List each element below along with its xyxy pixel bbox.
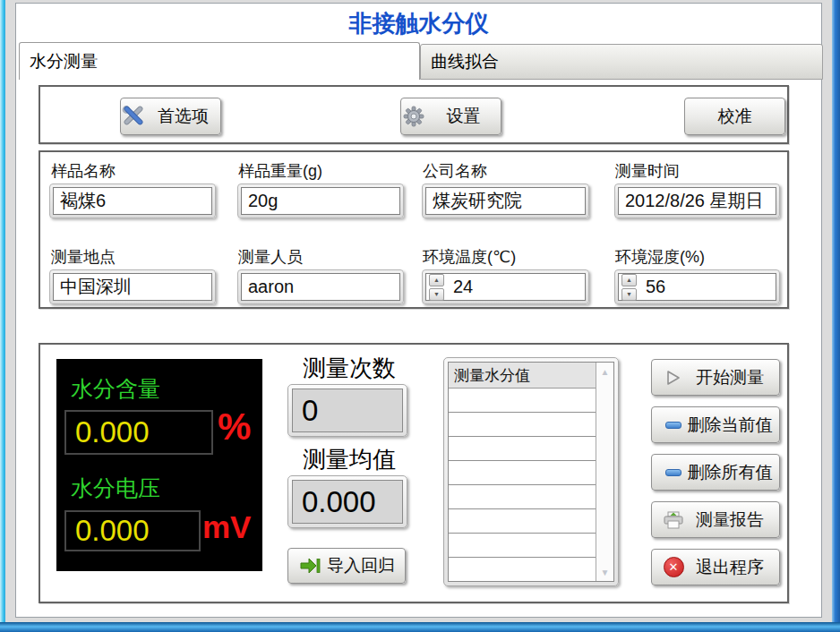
measurement-panel: 水分含量 0.000 % 水分电压 0.000 mV 测量次数 0 测量均值 0… xyxy=(39,343,789,603)
moisture-list-header: 测量水分值 xyxy=(449,363,596,389)
list-item[interactable] xyxy=(449,534,596,558)
operator-label: 测量人员 xyxy=(238,246,303,268)
temperature-spinner: ▲ ▼ xyxy=(429,274,444,301)
operator-input[interactable] xyxy=(242,277,399,297)
operator-field-frame xyxy=(237,269,404,304)
moisture-content-value: 0.000 xyxy=(66,415,150,449)
measure-time-label: 测量时间 xyxy=(615,160,680,182)
app-window: 非接触水分仪 水分测量 曲线拟合 首选项 xyxy=(15,3,822,618)
list-item[interactable] xyxy=(449,485,596,509)
list-item[interactable] xyxy=(449,413,596,437)
start-measure-button[interactable]: 开始测量 xyxy=(651,359,780,396)
tab-curve-fitting[interactable]: 曲线拟合 xyxy=(420,44,823,80)
sample-weight-field-frame xyxy=(237,184,404,218)
list-item[interactable] xyxy=(449,437,596,461)
moisture-content-unit: % xyxy=(218,406,251,448)
measure-count-value: 0 xyxy=(292,389,403,432)
measure-count-label: 测量次数 xyxy=(282,353,416,384)
moisture-list-frame: 测量水分值 ▲ ▼ xyxy=(443,357,619,586)
moisture-listbox[interactable]: 测量水分值 ▲ ▼ xyxy=(448,362,614,582)
spin-up-icon[interactable]: ▲ xyxy=(429,274,444,286)
toolbar-panel: 首选项 设置 xyxy=(39,85,789,144)
list-item[interactable] xyxy=(449,558,596,582)
measure-average-label: 测量均值 xyxy=(282,444,416,475)
delete-all-label: 删除所有值 xyxy=(686,461,774,484)
tab-moisture-measure-label: 水分测量 xyxy=(30,50,98,73)
printer-icon xyxy=(661,511,686,529)
humidity-field-frame: ▲ ▼ xyxy=(614,269,780,304)
humidity-spinner: ▲ ▼ xyxy=(621,274,637,301)
temperature-input[interactable] xyxy=(447,277,585,297)
location-label: 测量地点 xyxy=(51,246,116,268)
company-label: 公司名称 xyxy=(423,160,487,182)
exit-program-button[interactable]: ✕ 退出程序 xyxy=(651,549,780,585)
exit-program-label: 退出程序 xyxy=(686,556,774,579)
measure-report-label: 测量报告 xyxy=(686,508,774,532)
calibrate-button-label: 校准 xyxy=(718,105,752,128)
sample-weight-input[interactable] xyxy=(242,191,399,211)
sample-weight-label: 样品重量(g) xyxy=(238,160,322,182)
list-scrollbar[interactable]: ▲ ▼ xyxy=(596,363,613,581)
gear-icon xyxy=(401,106,426,127)
location-field-frame xyxy=(49,269,216,304)
humidity-label: 环境湿度(%) xyxy=(615,246,705,268)
moisture-content-label: 水分含量 xyxy=(71,374,160,404)
company-field-frame xyxy=(422,184,589,218)
moisture-voltage-label: 水分电压 xyxy=(71,474,160,503)
list-item[interactable] xyxy=(449,509,596,534)
tab-moisture-measure[interactable]: 水分测量 xyxy=(19,42,420,80)
measure-average-box: 0.000 xyxy=(287,475,407,528)
exit-icon: ✕ xyxy=(661,557,686,577)
start-measure-label: 开始测量 xyxy=(686,366,774,389)
list-item[interactable] xyxy=(449,461,596,485)
temperature-label: 环境温度(℃) xyxy=(423,246,516,268)
desktop: 非接触水分仪 水分测量 曲线拟合 首选项 xyxy=(0,0,840,632)
desktop-edge-right xyxy=(832,0,840,632)
scroll-up-icon[interactable]: ▲ xyxy=(596,363,613,380)
windows-taskbar[interactable] xyxy=(0,622,840,632)
sample-name-field-frame xyxy=(49,184,216,218)
humidity-input[interactable] xyxy=(639,277,776,297)
delete-all-button[interactable]: 删除所有值 xyxy=(651,454,780,491)
company-input[interactable] xyxy=(426,191,585,211)
measure-average-value: 0.000 xyxy=(292,480,403,524)
spin-up-icon[interactable]: ▲ xyxy=(621,274,637,286)
calibrate-button[interactable]: 校准 xyxy=(684,98,785,135)
minus-icon xyxy=(661,422,686,429)
moisture-content-cell: 0.000 xyxy=(64,410,213,455)
measure-time-input[interactable] xyxy=(619,191,776,211)
settings-button[interactable]: 设置 xyxy=(400,98,501,135)
location-input[interactable] xyxy=(54,277,211,297)
preferences-button-label: 首选项 xyxy=(146,105,220,128)
lcd-display: 水分含量 0.000 % 水分电压 0.000 mV xyxy=(56,359,262,571)
moisture-voltage-unit: mV xyxy=(202,509,251,545)
tab-curve-fitting-label: 曲线拟合 xyxy=(431,50,499,73)
measure-count-box: 0 xyxy=(287,384,407,437)
settings-button-label: 设置 xyxy=(426,105,501,128)
spin-down-icon[interactable]: ▼ xyxy=(621,288,637,301)
sample-name-input[interactable] xyxy=(54,191,211,211)
moisture-voltage-value: 0.000 xyxy=(66,514,150,548)
import-regression-button[interactable]: 导入回归 xyxy=(287,548,406,584)
sample-name-label: 样品名称 xyxy=(51,160,116,182)
delete-current-button[interactable]: 删除当前值 xyxy=(651,406,780,443)
moisture-voltage-cell: 0.000 xyxy=(64,510,201,551)
import-regression-label: 导入回归 xyxy=(322,554,399,577)
tools-icon xyxy=(121,106,146,127)
measure-time-field-frame xyxy=(614,184,780,218)
sample-info-panel: 样品名称 样品重量(g) 公司名称 测量时间 测量地点 测量人员 环境温度(℃)… xyxy=(39,150,789,309)
list-item[interactable] xyxy=(449,389,596,413)
import-arrow-icon xyxy=(297,558,322,574)
play-icon xyxy=(661,369,686,387)
delete-current-label: 删除当前值 xyxy=(686,414,774,437)
page-title: 非接触水分仪 xyxy=(16,8,821,39)
measure-report-button[interactable]: 测量报告 xyxy=(651,501,780,538)
desktop-edge-left xyxy=(0,0,5,632)
preferences-button[interactable]: 首选项 xyxy=(120,98,221,135)
minus-icon xyxy=(661,469,686,476)
scroll-down-icon[interactable]: ▼ xyxy=(596,563,613,581)
spin-down-icon[interactable]: ▼ xyxy=(429,288,444,301)
temperature-field-frame: ▲ ▼ xyxy=(422,269,589,304)
